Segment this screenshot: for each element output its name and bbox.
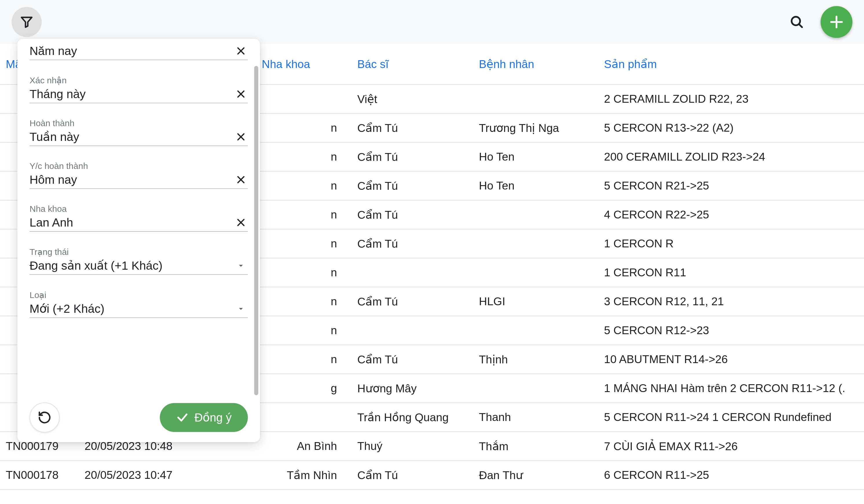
header-doctor[interactable]: Bác sĩ: [351, 44, 473, 85]
cell-patient: Thắm: [473, 432, 598, 460]
filter-field: LoạiMới (+2 Khác): [29, 287, 248, 318]
check-icon: [176, 411, 189, 424]
cell-patient: Thịnh: [473, 345, 598, 374]
apply-label: Đồng ý: [195, 411, 232, 424]
cell-doctor: Cẩm Tú: [351, 142, 473, 171]
filter-input[interactable]: Hôm nay: [29, 173, 248, 189]
cell-patient: [473, 229, 598, 258]
cell-patient: HLGI: [473, 287, 598, 316]
cell-product: 1 CERCON R: [598, 229, 864, 258]
cell-patient: [473, 316, 598, 345]
topbar: [0, 0, 864, 44]
svg-line-2: [799, 24, 802, 27]
cell-product: 6 CERCON R11->25: [598, 460, 864, 490]
filter-input[interactable]: Tuần này: [29, 130, 248, 146]
cell-doctor: Cẩm Tú: [351, 171, 473, 200]
filter-icon: [20, 15, 34, 29]
clear-icon[interactable]: [234, 44, 248, 58]
cell-product: 3 CERCON R12, 11, 21: [598, 287, 864, 316]
cell-doctor: Cẩm Tú: [351, 287, 473, 316]
reset-button[interactable]: [29, 403, 60, 432]
filter-field: Xác nhậnTháng này: [29, 73, 248, 103]
clear-icon[interactable]: [234, 87, 248, 101]
filter-input[interactable]: Lan Anh: [29, 216, 248, 232]
search-button[interactable]: [782, 7, 812, 37]
chevron-down-icon[interactable]: [234, 302, 248, 316]
cell-patient: Trương Thị Nga: [473, 113, 598, 142]
cell-doctor: Cẩm Tú: [351, 460, 473, 490]
apply-button[interactable]: Đồng ý: [160, 403, 248, 432]
refresh-icon: [38, 410, 51, 425]
cell-patient: [473, 200, 598, 229]
filter-value: Lan Anh: [29, 216, 234, 230]
filter-value: Mới (+2 Khác): [29, 302, 234, 316]
cell-patient: [473, 258, 598, 287]
cell-doctor: Hương Mây: [351, 374, 473, 403]
filter-input[interactable]: Đang sản xuất (+1 Khác): [29, 259, 248, 275]
cell-patient: Ho Ten: [473, 171, 598, 200]
filter-value: Tháng này: [29, 87, 234, 101]
cell-product: 200 CERAMILL ZOLID R23->24: [598, 142, 864, 171]
header-patient[interactable]: Bệnh nhân: [473, 44, 598, 85]
filter-input[interactable]: Mới (+2 Khác): [29, 302, 248, 318]
panel-scrollbar[interactable]: [254, 66, 258, 395]
header-product[interactable]: Sản phẩm: [598, 44, 864, 85]
cell-product: 1 MÁNG NHAI Hàm trên 2 CERCON R11->12 (.: [598, 374, 864, 403]
cell-nk: Tầm Nhìn: [204, 460, 351, 490]
filter-label: Nha khoa: [29, 204, 248, 214]
cell-doctor: Cẩm Tú: [351, 229, 473, 258]
cell-patient: [473, 374, 598, 403]
filter-value: Đang sản xuất (+1 Khác): [29, 259, 234, 272]
filter-label: Hoàn thành: [29, 118, 248, 128]
table-row[interactable]: TN00017820/05/2023 10:47Tầm NhìnCẩm TúĐa…: [0, 460, 864, 490]
cell-doctor: [351, 258, 473, 287]
cell-doctor: Cẩm Tú: [351, 345, 473, 374]
cell-patient: Thanh: [473, 403, 598, 432]
cell-patient: Đan Thư: [473, 460, 598, 490]
cell-product: 1 CERCON R11: [598, 258, 864, 287]
cell-product: 5 CERCON R21->25: [598, 171, 864, 200]
filter-label: Loại: [29, 290, 248, 300]
cell-product: 10 ABUTMENT R14->26: [598, 345, 864, 374]
filter-input[interactable]: Tháng này: [29, 87, 248, 103]
cell-product: 2 CERAMILL ZOLID R22, 23: [598, 85, 864, 113]
cell-product: 7 CÙI GIẢ EMAX R11->26: [598, 432, 864, 460]
filter-button[interactable]: [12, 7, 42, 37]
cell-doctor: Cẩm Tú: [351, 113, 473, 142]
cell-date: 20/05/2023 10:47: [79, 460, 204, 490]
cell-doctor: Cẩm Tú: [351, 200, 473, 229]
add-button[interactable]: [820, 6, 852, 38]
cell-product: 4 CERCON R22->25: [598, 200, 864, 229]
filter-field: Y/c hoàn thànhHôm nay: [29, 159, 248, 189]
filter-panel: Năm nayXác nhậnTháng nàyHoàn thànhTuần n…: [17, 39, 260, 442]
plus-icon: [828, 14, 844, 30]
filter-label: Xác nhận: [29, 75, 248, 85]
cell-product: 5 CERCON R13->22 (A2): [598, 113, 864, 142]
svg-marker-0: [21, 17, 32, 27]
cell-order: TN000178: [0, 460, 79, 490]
filter-label: Y/c hoàn thành: [29, 161, 248, 171]
chevron-down-icon[interactable]: [234, 259, 248, 272]
clear-icon[interactable]: [234, 216, 248, 230]
filter-label: Trạng thái: [29, 247, 248, 257]
cell-patient: Ho Ten: [473, 142, 598, 171]
cell-product: 5 CERCON R12->23: [598, 316, 864, 345]
cell-doctor: [351, 316, 473, 345]
filter-value: Tuần này: [29, 130, 234, 144]
clear-icon[interactable]: [234, 173, 248, 187]
cell-doctor: Trần Hồng Quang: [351, 403, 473, 432]
filter-value: Năm nay: [29, 44, 234, 58]
search-icon: [789, 14, 805, 30]
cell-doctor: Thuý: [351, 432, 473, 460]
clear-icon[interactable]: [234, 130, 248, 144]
cell-doctor: Việt: [351, 85, 473, 113]
filter-value: Hôm nay: [29, 173, 234, 187]
filter-field: Nha khoaLan Anh: [29, 202, 248, 232]
filter-input[interactable]: Năm nay: [29, 44, 248, 60]
filter-field: Trạng tháiĐang sản xuất (+1 Khác): [29, 245, 248, 275]
cell-product: 5 CERCON R11->24 1 CERCON Rundefined: [598, 403, 864, 432]
cell-patient: [473, 85, 598, 113]
filter-field: Năm nay: [29, 42, 248, 60]
filter-field: Hoàn thànhTuần này: [29, 116, 248, 146]
